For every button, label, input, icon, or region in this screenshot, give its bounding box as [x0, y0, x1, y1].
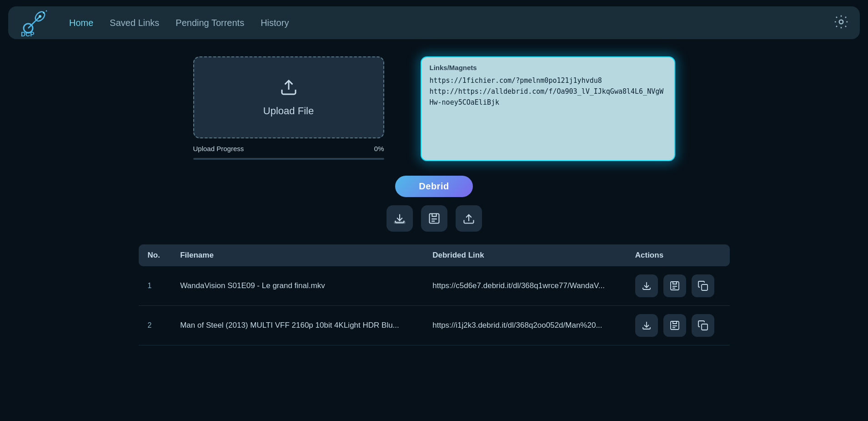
upload-label: Upload File [263, 105, 314, 117]
svg-point-3 [39, 15, 41, 18]
top-row: Upload File Upload Progress 0% Links/Mag… [139, 56, 730, 161]
main-content: Upload File Upload Progress 0% Links/Mag… [0, 46, 868, 356]
col-debrided-link: Debrided Link [423, 244, 626, 266]
upload-icon [280, 78, 298, 101]
svg-text:DCP: DCP [21, 30, 35, 37]
links-container: Links/Magnets https://1fichier.com/?pmel… [421, 56, 675, 161]
row-2-link: https://i1j2k3.debrid.it/dl/368q2oo052d/… [423, 306, 626, 345]
debrid-button[interactable]: Debrid [395, 176, 472, 197]
svg-rect-10 [394, 222, 405, 223]
debrid-btn-row: Debrid [395, 176, 472, 197]
nav-home[interactable]: Home [61, 15, 101, 31]
links-box-label: Links/Magnets [430, 64, 666, 71]
upload-progress-label: Upload Progress [193, 145, 244, 152]
links-textarea[interactable]: https://1fichier.com/?pmelnm0po121j1yhvd… [430, 75, 666, 149]
export-button[interactable] [456, 205, 482, 232]
row-2-copy-btn[interactable] [692, 314, 714, 337]
app-logo: DCP [19, 8, 48, 37]
navbar: DCP Home Saved Links Pending Torrents Hi… [8, 6, 860, 39]
svg-rect-14 [671, 282, 679, 290]
nav-history[interactable]: History [252, 15, 297, 31]
row-1-save-btn[interactable] [663, 274, 686, 297]
nav-saved-links[interactable]: Saved Links [101, 15, 167, 31]
row-2-filename: Man of Steel (2013) MULTI VFF 2160p 10bi… [171, 306, 423, 345]
col-actions: Actions [626, 244, 730, 266]
row-1-link: https://c5d6e7.debrid.it/dl/368q1wrce77/… [423, 266, 626, 306]
nav-pending-torrents[interactable]: Pending Torrents [167, 15, 252, 31]
row-2-no: 2 [139, 306, 171, 345]
row-1-copy-btn[interactable] [692, 274, 714, 297]
svg-point-6 [46, 10, 47, 12]
results-table: No. Filename Debrided Link Actions 1 Wan… [139, 244, 730, 345]
upload-progress-row: Upload Progress 0% [193, 145, 384, 152]
svg-rect-17 [671, 321, 679, 330]
svg-rect-18 [702, 324, 707, 330]
svg-point-5 [43, 12, 45, 14]
upload-progress-pct: 0% [374, 145, 384, 152]
row-1-actions [626, 266, 730, 306]
row-2-actions [626, 306, 730, 345]
settings-button[interactable] [833, 14, 849, 31]
col-no: No. [139, 244, 171, 266]
row-1-no: 1 [139, 266, 171, 306]
save-links-button[interactable] [421, 205, 447, 232]
row-2-download-btn[interactable] [635, 314, 658, 337]
svg-line-1 [28, 16, 40, 28]
svg-rect-15 [702, 284, 707, 290]
upload-dropzone[interactable]: Upload File [193, 56, 384, 138]
row-1-filename: WandaVision S01E09 - Le grand final.mkv [171, 266, 423, 306]
row-2-save-btn[interactable] [663, 314, 686, 337]
table-row: 2 Man of Steel (2013) MULTI VFF 2160p 10… [139, 306, 730, 345]
links-box: Links/Magnets https://1fichier.com/?pmel… [421, 56, 675, 161]
results-table-container: No. Filename Debrided Link Actions 1 Wan… [139, 244, 730, 345]
row-1-download-btn[interactable] [635, 274, 658, 297]
table-row: 1 WandaVision S01E09 - Le grand final.mk… [139, 266, 730, 306]
svg-rect-11 [429, 214, 439, 223]
col-filename: Filename [171, 244, 423, 266]
nav-links: Home Saved Links Pending Torrents Histor… [61, 15, 833, 31]
progress-bar-bg [193, 158, 384, 160]
action-icons-row [386, 205, 482, 232]
svg-point-7 [839, 20, 843, 24]
table-header-row: No. Filename Debrided Link Actions [139, 244, 730, 266]
download-device-button[interactable] [386, 205, 413, 232]
upload-container: Upload File Upload Progress 0% [193, 56, 384, 160]
